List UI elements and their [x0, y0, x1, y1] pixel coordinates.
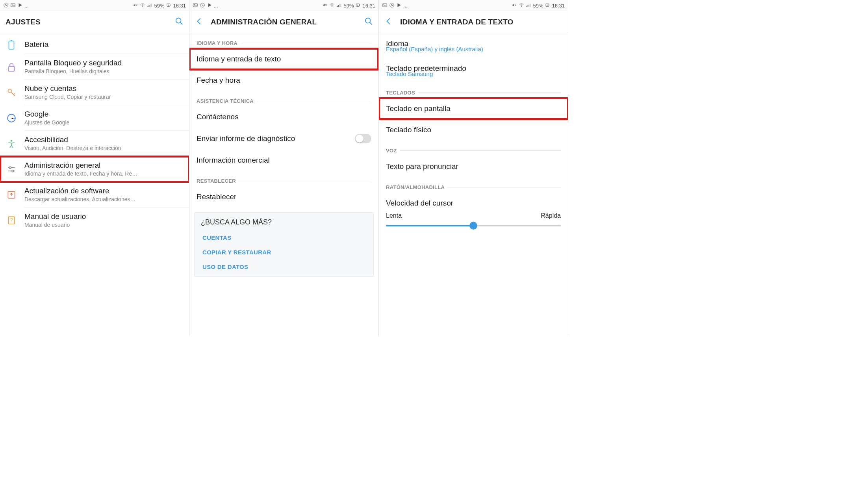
language-input-panel: ... 59% 16:31 IDIOMA Y ENTRADA DE TEXTO …: [379, 0, 568, 336]
battery-icon: [166, 2, 171, 9]
battery-icon: [545, 2, 550, 9]
wifi-icon: [329, 2, 335, 9]
back-button[interactable]: [195, 17, 204, 27]
more-notif: ...: [214, 3, 218, 9]
setting-row[interactable]: Idioma Español (España) y inglés (Austra…: [379, 33, 568, 58]
setting-row[interactable]: Texto para pronunciar: [379, 156, 568, 177]
wifi-icon: [519, 2, 524, 9]
svg-line-26: [180, 22, 183, 24]
row-subtitle: Teclado Samsung: [379, 70, 568, 83]
manual-icon: [6, 215, 24, 225]
whatsapp-icon: [3, 2, 9, 9]
search-icon: [364, 17, 373, 26]
item-title: Batería: [24, 40, 184, 49]
section-header: RESTABLECER: [189, 171, 378, 186]
image-icon: [193, 2, 198, 9]
card-link[interactable]: CUENTAS: [201, 230, 367, 245]
more-notif: ...: [24, 3, 29, 9]
svg-point-27: [365, 18, 371, 23]
whatsapp-icon: [200, 2, 205, 9]
item-subtitle: Idioma y entrada de texto, Fecha y hora,…: [24, 170, 170, 177]
item-title: Manual de usuario: [24, 212, 184, 221]
signal-icon: [336, 2, 342, 9]
card-title: ¿BUSCA ALGO MÁS?: [201, 218, 367, 226]
back-button[interactable]: [384, 17, 393, 27]
signal-icon: [147, 2, 152, 9]
clock: 16:31: [362, 3, 375, 9]
row-label: Contáctenos: [197, 113, 239, 121]
battery-pct: 59%: [533, 3, 543, 9]
page-title: IDIOMA Y ENTRADA DE TEXTO: [400, 18, 562, 26]
search-button[interactable]: [364, 17, 373, 27]
back-icon: [195, 17, 204, 26]
search-more-card: ¿BUSCA ALGO MÁS?CUENTASCOPIAR Y RESTAURA…: [194, 212, 374, 277]
settings-item-google[interactable]: Google Ajustes de Google: [0, 105, 189, 131]
key-icon: [6, 87, 24, 98]
sliders-icon: [6, 164, 24, 174]
status-bar: ... 59% 16:31: [189, 0, 378, 11]
settings-item-battery[interactable]: Batería: [0, 35, 189, 54]
row-label: Enviar informe de diagnóstico: [197, 134, 295, 143]
back-icon: [384, 17, 393, 26]
item-title: Actualización de software: [24, 187, 184, 195]
setting-row[interactable]: Teclado predeterminado Teclado Samsung: [379, 58, 568, 83]
item-title: Accesibilidad: [24, 135, 184, 144]
settings-item-key[interactable]: Nube y cuentas Samsung Cloud, Copiar y r…: [0, 80, 189, 105]
cursor-speed-slider[interactable]: LentaRápida: [379, 210, 568, 233]
status-bar: ... 59% 16:31: [379, 0, 568, 11]
accessibility-icon: [6, 139, 24, 149]
appbar: ADMINISTRACIÓN GENERAL: [189, 11, 378, 33]
setting-row[interactable]: Fecha y hora: [189, 70, 378, 91]
item-subtitle: Samsung Cloud, Copiar y restaurar: [24, 94, 170, 100]
settings-item-update[interactable]: Actualización de software Descargar actu…: [0, 182, 189, 208]
item-title: Pantalla Bloqueo y seguridad: [24, 59, 184, 67]
setting-row[interactable]: Idioma y entrada de texto: [189, 48, 378, 70]
item-subtitle: Visión, Audición, Destreza e interacción: [24, 145, 170, 151]
slider-max-label: Rápida: [541, 212, 561, 219]
setting-row[interactable]: Información comercial: [189, 150, 378, 171]
battery-icon: [355, 2, 361, 9]
row-label: Fecha y hora: [197, 76, 240, 85]
image-icon: [10, 2, 16, 9]
card-link[interactable]: USO DE DATOS: [201, 259, 367, 274]
signal-icon: [526, 2, 531, 9]
section-header: IDIOMA Y HORA: [189, 33, 378, 48]
row-label: Teclado físico: [386, 126, 431, 134]
wifi-icon: [140, 2, 145, 9]
clock: 16:31: [552, 3, 565, 9]
update-icon: [6, 190, 24, 200]
settings-item-manual[interactable]: Manual de usuario Manual de usuario: [0, 208, 189, 233]
settings-item-lock[interactable]: Pantalla Bloqueo y seguridad Pantalla Bl…: [0, 54, 189, 80]
google-icon: [6, 113, 24, 123]
setting-row[interactable]: Teclado en pantalla: [379, 98, 568, 119]
settings-item-accessibility[interactable]: Accesibilidad Visión, Audición, Destreza…: [0, 131, 189, 156]
svg-line-28: [370, 22, 372, 24]
battery-pct: 59%: [343, 3, 354, 9]
card-link[interactable]: COPIAR Y RESTAURAR: [201, 245, 367, 259]
section-header: RATÓN/ALMOHADILLA: [379, 177, 568, 193]
battery-pct: 59%: [154, 3, 164, 9]
setting-row[interactable]: Teclado físico: [379, 119, 568, 141]
battery-icon: [6, 40, 24, 50]
setting-row[interactable]: Restablecer: [189, 186, 378, 208]
row-label: Información comercial: [197, 156, 270, 165]
toggle-switch[interactable]: [355, 134, 371, 143]
page-title: ADMINISTRACIÓN GENERAL: [211, 18, 364, 26]
play-icon: [17, 2, 23, 9]
row-subtitle: Español (España) y inglés (Australia): [379, 46, 568, 58]
section-header: TECLADOS: [379, 83, 568, 98]
search-button[interactable]: [175, 17, 184, 27]
mute-icon: [322, 2, 328, 9]
slider-title: Velocidad del cursor: [379, 193, 568, 210]
settings-item-sliders[interactable]: Administración general Idioma y entrada …: [0, 156, 189, 182]
row-label: Texto para pronunciar: [386, 162, 458, 171]
setting-row[interactable]: Enviar informe de diagnóstico: [189, 128, 378, 150]
lock-icon: [6, 62, 24, 72]
clock: 16:31: [173, 3, 186, 9]
settings-panel: ... 59% 16:31 AJUSTES Batería Pa: [0, 0, 189, 336]
setting-row[interactable]: Contáctenos: [189, 106, 378, 128]
item-title: Google: [24, 110, 184, 119]
section-header: VOZ: [379, 141, 568, 156]
status-bar: ... 59% 16:31: [0, 0, 189, 11]
item-subtitle: Manual de usuario: [24, 222, 170, 228]
